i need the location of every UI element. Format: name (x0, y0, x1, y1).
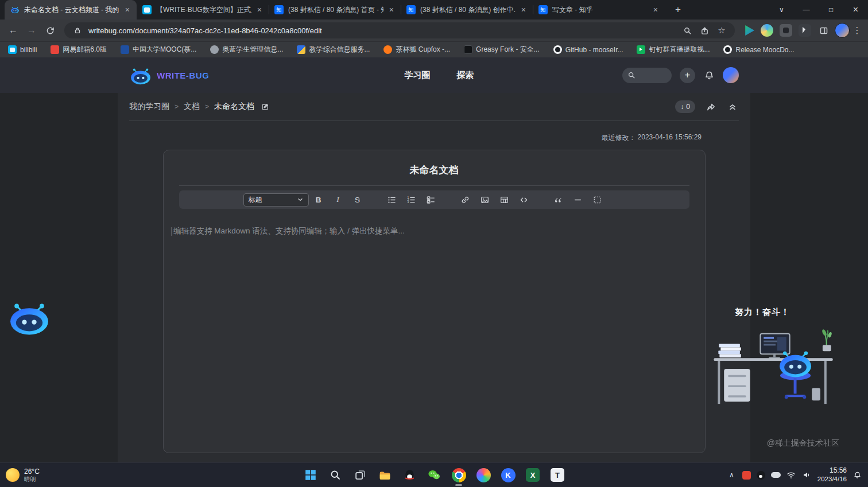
nav-explore[interactable]: 探索 (456, 70, 474, 81)
tab-close-icon[interactable]: × (520, 5, 527, 15)
bullet-list-button[interactable] (385, 193, 400, 207)
bookmark-moocdown-release[interactable]: Release MoocDo... (723, 45, 794, 54)
bookmark-edu-portal[interactable]: 教学综合信息服务... (297, 45, 370, 54)
bookmark-star-icon[interactable]: ☆ (715, 24, 728, 37)
bold-button[interactable]: B (311, 193, 326, 207)
horizontal-rule-button[interactable] (571, 193, 586, 207)
wifi-icon[interactable] (786, 470, 796, 480)
notification-bell-icon[interactable] (852, 470, 862, 480)
lock-icon[interactable] (71, 24, 84, 37)
brand-text: WRITE-BUG (157, 71, 209, 80)
new-tab-button[interactable]: + (671, 2, 685, 17)
globe-extension-icon[interactable] (761, 24, 773, 37)
tray-qq-icon[interactable] (757, 471, 765, 480)
crumb-my-circle[interactable]: 我的学习圈 (129, 102, 169, 112)
zoom-icon[interactable] (681, 24, 693, 37)
image-button[interactable] (478, 193, 493, 207)
heading-select[interactable]: 标题 (243, 193, 309, 207)
create-button[interactable]: + (680, 68, 695, 83)
taskbar-clock[interactable]: 15:56 2023/4/16 (817, 466, 847, 483)
site-search-input[interactable] (622, 68, 672, 83)
tab-title: (38 封私信 / 80 条消息) 创作中... (420, 5, 516, 15)
bookmark-cupfox[interactable]: 茶杯狐 Cupfox -... (383, 45, 450, 54)
bookmark-dingtalk-video[interactable]: 钉钉群直播提取视... (637, 45, 710, 54)
tab-bilibili[interactable]: 【WRITE-BUG数字空间】正式上... × (137, 0, 269, 20)
tab-zhihu-creator[interactable]: 知 (38 封私信 / 80 条消息) 创作中... × (401, 0, 533, 20)
bookmark-netease-mail[interactable]: 网易邮箱6.0版 (51, 45, 107, 54)
qq-button[interactable] (402, 467, 417, 482)
window-maximize-button[interactable]: □ (819, 0, 843, 20)
download-count: 0 (686, 103, 690, 111)
bookmark-greasyfork[interactable]: Greasy Fork - 安全... (464, 45, 540, 54)
window-menu-button[interactable]: ∨ (769, 0, 794, 20)
mascot-robot[interactable] (7, 299, 52, 336)
volume-icon[interactable] (802, 470, 812, 480)
user-avatar[interactable] (723, 67, 739, 83)
back-button[interactable]: ← (5, 22, 22, 39)
refresh-button[interactable] (41, 22, 59, 39)
bookmark-github[interactable]: GitHub - mooseIr... (553, 45, 623, 54)
chrome-button[interactable] (451, 467, 466, 482)
tab-writebug-document[interactable]: 未命名文档 - 云文档频道 - 我的 × (5, 0, 137, 20)
cursor-extension-icon[interactable] (799, 24, 811, 37)
strikethrough-button[interactable]: S (350, 193, 365, 207)
tray-expand-chevron[interactable]: ∧ (727, 470, 737, 480)
file-explorer-button[interactable] (377, 467, 392, 482)
colorful-app-button[interactable] (476, 467, 491, 482)
tab-close-icon[interactable]: × (652, 5, 659, 15)
play-extension-icon[interactable] (744, 25, 754, 36)
forward-button[interactable]: → (23, 22, 40, 39)
clock-time: 15:56 (817, 466, 847, 475)
robot-logo-icon (129, 66, 152, 85)
document-actions: ↓ 0 (675, 100, 739, 113)
share-doc-icon[interactable] (704, 100, 717, 113)
taskbar-search-button[interactable] (328, 467, 343, 482)
windows-start-button[interactable] (303, 467, 318, 482)
typora-button[interactable]: T (550, 467, 565, 482)
tab-close-icon[interactable]: × (124, 5, 131, 15)
side-panel-icon[interactable] (817, 24, 830, 37)
window-minimize-button[interactable]: — (794, 0, 819, 20)
kook-button[interactable]: K (501, 467, 516, 482)
bookmark-bilibili[interactable]: bilibili (8, 45, 37, 54)
zhihu-favicon: 知 (538, 5, 548, 14)
rename-edit-icon[interactable] (261, 102, 270, 111)
tray-app-red-icon[interactable] (742, 471, 751, 480)
nav-learning-circle[interactable]: 学习圈 (404, 70, 430, 81)
notifications-bell-icon[interactable] (703, 69, 715, 81)
writebug-logo[interactable]: WRITE-BUG (129, 66, 209, 85)
link-button[interactable] (458, 193, 473, 207)
browser-tab-strip: 未命名文档 - 云文档频道 - 我的 × 【WRITE-BUG数字空间】正式上.… (0, 0, 868, 20)
browser-menu-icon[interactable]: ⋮ (851, 25, 863, 36)
collapse-icon[interactable] (726, 100, 739, 113)
dashed-square-button[interactable] (590, 193, 605, 207)
address-bar[interactable]: writebug.com/document/324a07ac-dc2c-11ed… (64, 22, 735, 38)
tray-cloud-icon[interactable] (771, 472, 781, 478)
task-view-button[interactable] (352, 467, 367, 482)
table-button[interactable] (497, 193, 512, 207)
code-button[interactable] (517, 193, 532, 207)
ordered-list-button[interactable]: 123 (404, 193, 419, 207)
chevron-down-icon (297, 196, 304, 203)
tab-zhihu-home[interactable]: 知 (38 封私信 / 80 条消息) 首页 - 知 × (269, 0, 401, 20)
tab-close-icon[interactable]: × (256, 5, 263, 15)
italic-button[interactable]: I (331, 193, 346, 207)
bookmark-aolan[interactable]: 奥蓝学生管理信息... (210, 45, 283, 54)
github-favicon (553, 45, 562, 54)
wechat-button[interactable] (427, 467, 441, 482)
share-icon[interactable] (698, 24, 711, 37)
excel-button[interactable]: X (525, 467, 540, 482)
window-close-button[interactable]: × (843, 0, 868, 20)
quote-button[interactable] (551, 193, 566, 207)
bookmark-mooc[interactable]: 中国大学MOOC(慕... (121, 45, 196, 54)
crumb-documents[interactable]: 文档 (184, 102, 200, 112)
dark-extension-icon[interactable] (780, 24, 792, 37)
editor-area[interactable]: 编辑器支持 Markdown 语法、支持协同编辑；输入 / 弹出快捷菜单... (164, 209, 705, 236)
editor-toolbar: 标题 B I S 123 (179, 190, 689, 209)
weather-widget[interactable]: 26°C 晴朗 (6, 467, 40, 483)
profile-avatar[interactable] (835, 23, 850, 38)
download-count-badge[interactable]: ↓ 0 (675, 100, 695, 113)
tab-zhihu-write[interactable]: 知 写文章 - 知乎 × (533, 0, 665, 20)
tab-close-icon[interactable]: × (388, 5, 395, 15)
check-list-button[interactable] (424, 193, 439, 207)
